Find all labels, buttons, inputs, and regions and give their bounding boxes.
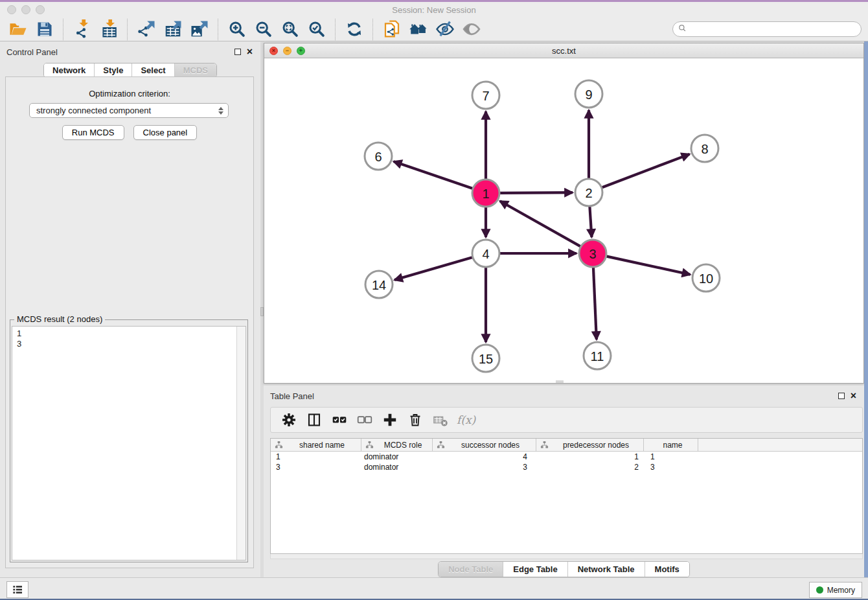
network-view-title: scc.txt bbox=[264, 46, 863, 56]
mcds-result-group: MCDS result (2 nodes) 1 3 bbox=[10, 319, 248, 562]
export-table-icon[interactable] bbox=[162, 19, 183, 40]
edge-3-11[interactable] bbox=[593, 268, 597, 340]
column-header-mcds-role[interactable]: MCDS role bbox=[361, 439, 433, 451]
network-view-window: × − + scc.txt 1234678910111415 bbox=[264, 43, 864, 384]
memory-button[interactable]: Memory bbox=[809, 582, 862, 598]
toolbar-separator bbox=[372, 19, 373, 40]
column-header-shared-name[interactable]: shared name bbox=[271, 439, 361, 451]
cell-successor-nodes[interactable]: 3 bbox=[433, 462, 536, 472]
result-scrollbar[interactable] bbox=[236, 327, 246, 560]
app-window: Session: New Session Control bbox=[0, 0, 868, 600]
run-mcds-button[interactable]: Run MCDS bbox=[62, 125, 124, 140]
float-panel-icon[interactable] bbox=[234, 49, 241, 55]
network-graph[interactable]: 1234678910111415 bbox=[264, 58, 863, 383]
edge-3-1[interactable] bbox=[500, 201, 580, 246]
tab-mcds[interactable]: MCDS bbox=[174, 63, 216, 77]
clone-network-icon[interactable] bbox=[381, 19, 402, 40]
hide-selected-icon[interactable] bbox=[434, 19, 455, 40]
edge-1-6[interactable] bbox=[394, 161, 473, 189]
tab-network[interactable]: Network bbox=[44, 63, 94, 77]
edge-2-8[interactable] bbox=[602, 154, 690, 187]
node-label-8: 8 bbox=[701, 142, 708, 156]
show-all-icon[interactable] bbox=[461, 19, 482, 40]
edge-2-3[interactable] bbox=[589, 207, 591, 237]
search-input[interactable] bbox=[690, 24, 861, 34]
search-icon bbox=[678, 23, 687, 35]
control-panel-title: Control Panel bbox=[6, 47, 58, 57]
apply-layout-icon[interactable] bbox=[343, 19, 365, 40]
column-header-name[interactable]: name bbox=[644, 439, 698, 451]
network-canvas[interactable]: 1234678910111415 bbox=[264, 58, 863, 383]
cell-predecessor-nodes[interactable]: 1 bbox=[536, 452, 644, 462]
workspace: Control Panel × Network Style Select MCD… bbox=[0, 41, 868, 577]
show-columns-icon[interactable] bbox=[303, 410, 325, 431]
close-panel-button[interactable]: Close panel bbox=[133, 125, 198, 140]
mcds-result-list[interactable]: 1 3 bbox=[12, 326, 246, 560]
cell-name[interactable]: 3 bbox=[644, 462, 698, 472]
edge-4-14[interactable] bbox=[394, 257, 472, 280]
tree-icon bbox=[275, 441, 283, 449]
search-box bbox=[672, 21, 862, 37]
cell-name[interactable]: 1 bbox=[644, 452, 698, 462]
cell-predecessor-nodes[interactable]: 2 bbox=[536, 462, 644, 472]
cell-successor-nodes[interactable]: 4 bbox=[433, 452, 536, 462]
zoom-fit-icon[interactable] bbox=[279, 19, 301, 40]
status-bar: Memory bbox=[0, 577, 868, 600]
task-history-button[interactable] bbox=[6, 581, 29, 598]
import-table-icon[interactable] bbox=[98, 19, 119, 40]
table-row[interactable]: 3 dominator 3 2 3 bbox=[271, 462, 862, 472]
tab-node-table[interactable]: Node Table bbox=[439, 562, 503, 577]
first-neighbors-icon[interactable] bbox=[407, 19, 429, 40]
mcds-panel: Optimization criterion: strongly connect… bbox=[5, 76, 254, 568]
column-header-successor-nodes[interactable]: successor nodes bbox=[433, 439, 536, 451]
edge-1-2[interactable] bbox=[500, 192, 573, 193]
main-toolbar bbox=[0, 17, 868, 41]
cell-shared-name[interactable]: 3 bbox=[271, 462, 361, 472]
table-scrollbar[interactable] bbox=[270, 554, 863, 559]
tab-edge-table[interactable]: Edge Table bbox=[503, 562, 567, 577]
close-panel-icon[interactable]: × bbox=[247, 49, 253, 55]
close-panel-icon[interactable]: × bbox=[851, 393, 856, 399]
control-panel-tabs: Network Style Select MCDS bbox=[0, 63, 260, 78]
tab-motifs[interactable]: Motifs bbox=[645, 562, 689, 577]
delete-column-icon[interactable] bbox=[404, 410, 426, 431]
edge-3-10[interactable] bbox=[606, 257, 690, 275]
cell-mcds-role[interactable]: dominator bbox=[361, 452, 433, 462]
cell-shared-name[interactable]: 1 bbox=[271, 452, 361, 462]
table-panel: Table Panel × f(x) shared name MC bbox=[264, 386, 864, 577]
tab-select[interactable]: Select bbox=[131, 63, 174, 77]
memory-status-icon bbox=[816, 586, 823, 594]
table-tabs: Node Table Edge Table Network Table Moti… bbox=[264, 561, 864, 577]
zoom-out-icon[interactable] bbox=[253, 19, 274, 40]
optimization-criterion-label: Optimization criterion: bbox=[6, 89, 253, 98]
table-toolbar: f(x) bbox=[270, 407, 863, 433]
select-all-icon[interactable] bbox=[328, 410, 350, 431]
criterion-value: strongly connected component bbox=[36, 106, 151, 115]
import-network-icon[interactable] bbox=[71, 19, 93, 40]
tab-network-table[interactable]: Network Table bbox=[567, 562, 645, 577]
float-panel-icon[interactable] bbox=[838, 393, 845, 399]
criterion-dropdown[interactable]: strongly connected component bbox=[29, 103, 229, 118]
table-row[interactable]: 1 dominator 4 1 1 bbox=[271, 452, 862, 462]
table-settings-icon[interactable] bbox=[278, 410, 299, 431]
tree-icon bbox=[365, 441, 374, 449]
table-panel-title: Table Panel bbox=[270, 391, 314, 401]
node-label-6: 6 bbox=[374, 150, 382, 164]
node-table: shared name MCDS role successor nodes pr… bbox=[270, 438, 863, 554]
tab-style[interactable]: Style bbox=[94, 63, 131, 77]
zoom-selected-icon[interactable] bbox=[306, 19, 327, 40]
export-image-icon[interactable] bbox=[188, 19, 210, 40]
column-header-predecessor-nodes[interactable]: predecessor nodes bbox=[536, 439, 644, 451]
memory-label: Memory bbox=[827, 586, 855, 595]
node-label-1: 1 bbox=[482, 187, 489, 201]
cell-mcds-role[interactable]: dominator bbox=[361, 462, 433, 472]
save-session-icon[interactable] bbox=[34, 19, 55, 40]
open-session-icon[interactable] bbox=[7, 19, 29, 40]
add-column-icon[interactable] bbox=[379, 410, 400, 431]
zoom-in-icon[interactable] bbox=[226, 19, 247, 40]
delete-table-icon bbox=[429, 410, 451, 431]
canvas-scroll-grip[interactable] bbox=[556, 380, 564, 383]
tree-icon bbox=[540, 441, 549, 449]
export-network-icon[interactable] bbox=[135, 19, 157, 40]
deselect-all-icon[interactable] bbox=[354, 410, 375, 431]
